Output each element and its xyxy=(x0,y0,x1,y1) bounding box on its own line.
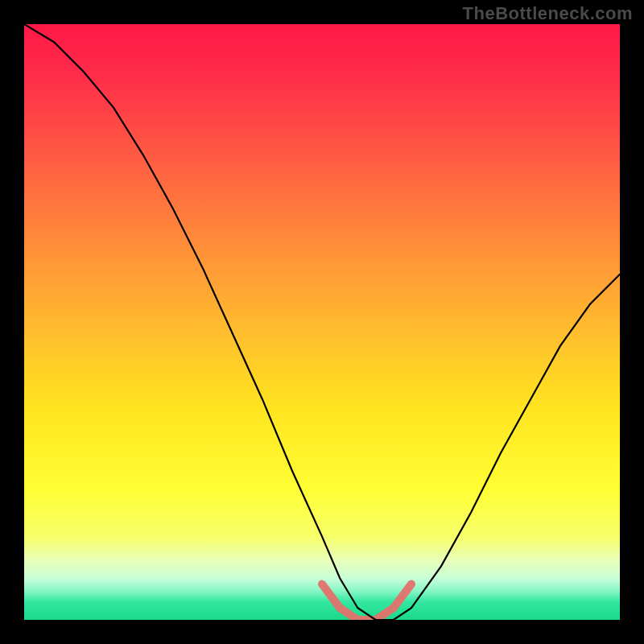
bottleneck-curve xyxy=(24,24,620,620)
plot-area xyxy=(24,24,620,620)
chart-svg xyxy=(24,24,620,620)
chart-frame: TheBottleneck.com xyxy=(0,0,644,644)
watermark-text: TheBottleneck.com xyxy=(463,3,633,24)
